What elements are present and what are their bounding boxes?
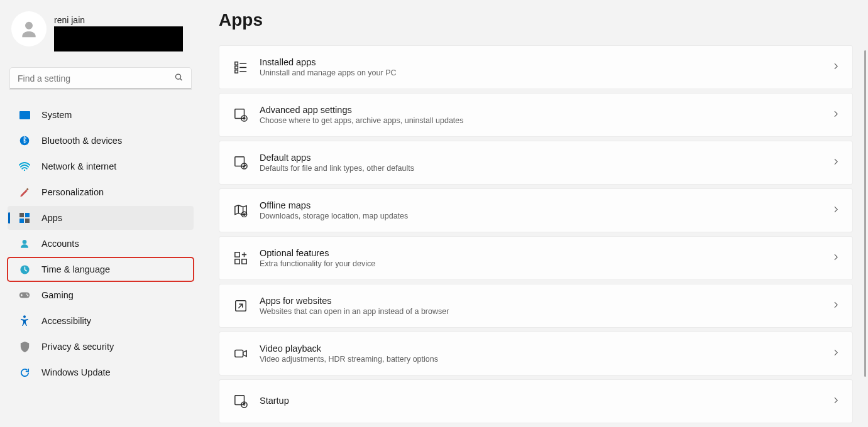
chevron-right-icon [832, 252, 840, 264]
sidebar-item-label: Gaming [41, 290, 74, 300]
svg-point-15 [27, 295, 28, 296]
card-title: Default apps [260, 153, 832, 163]
card-body: Startup [260, 396, 832, 407]
card-body: Advanced app settings Choose where to ge… [260, 105, 832, 125]
search-icon[interactable] [174, 73, 184, 85]
sidebar-item-accessibility[interactable]: Accessibility [8, 309, 194, 333]
sidebar-item-label: Accessibility [41, 316, 91, 326]
card-desc: Defaults for file and link types, other … [260, 164, 832, 173]
sidebar-item-label: Privacy & security [41, 342, 114, 352]
sidebar-item-time-language[interactable]: Time & language [8, 257, 194, 281]
sidebar-item-accounts[interactable]: Accounts [8, 232, 194, 256]
sidebar-item-apps[interactable]: Apps [8, 206, 194, 230]
privacy-icon [19, 341, 30, 352]
card-title: Installed apps [260, 57, 832, 67]
card-advanced-app-settings[interactable]: Advanced app settings Choose where to ge… [219, 93, 853, 137]
card-body: Offline maps Downloads, storage location… [260, 200, 832, 220]
svg-rect-10 [25, 219, 30, 223]
advanced-app-settings-icon [228, 102, 253, 127]
chevron-right-icon [832, 205, 840, 216]
sidebar-item-personalization[interactable]: Personalization [8, 180, 194, 204]
card-desc: Downloads, storage location, map updates [260, 212, 832, 220]
card-body: Video playback Video adjustments, HDR st… [260, 343, 832, 364]
offline-maps-icon [228, 198, 253, 223]
svg-point-25 [243, 117, 245, 119]
svg-rect-29 [235, 252, 239, 257]
sidebar-item-privacy[interactable]: Privacy & security [8, 335, 194, 359]
card-desc: Video adjustments, HDR streaming, batter… [260, 355, 832, 364]
video-playback-icon [228, 341, 253, 366]
card-title: Startup [260, 396, 832, 406]
card-apps-for-websites[interactable]: Apps for websites Websites that can open… [219, 284, 853, 328]
sidebar: reni jain System Bluetooth & devices Net [0, 0, 201, 427]
profile-name: reni jain [54, 15, 183, 25]
chevron-right-icon [832, 396, 840, 407]
svg-rect-8 [25, 213, 30, 217]
svg-rect-33 [235, 350, 243, 357]
svg-rect-3 [19, 111, 30, 119]
system-icon [19, 109, 30, 121]
card-optional-features[interactable]: Optional features Extra functionality fo… [219, 236, 853, 280]
sidebar-item-label: Apps [41, 213, 62, 223]
card-startup[interactable]: Startup [219, 379, 853, 423]
svg-rect-30 [235, 259, 239, 264]
svg-rect-17 [235, 62, 238, 65]
profile-block[interactable]: reni jain [5, 6, 196, 57]
network-icon [19, 161, 30, 172]
time-language-icon [19, 264, 30, 275]
card-desc: Choose where to get apps, archive apps, … [260, 116, 832, 125]
svg-point-4 [20, 136, 30, 146]
sidebar-item-windows-update[interactable]: Windows Update [8, 360, 194, 384]
sidebar-item-label: Windows Update [41, 367, 111, 377]
svg-point-5 [24, 170, 25, 171]
card-video-playback[interactable]: Video playback Video adjustments, HDR st… [219, 332, 853, 376]
chevron-right-icon [832, 348, 840, 359]
card-body: Default apps Defaults for file and link … [260, 153, 832, 173]
card-default-apps[interactable]: Default apps Defaults for file and link … [219, 141, 853, 185]
avatar [11, 11, 47, 46]
default-apps-icon [228, 150, 253, 175]
sidebar-item-label: Bluetooth & devices [41, 136, 122, 146]
profile-email-redacted [54, 26, 183, 51]
sidebar-item-label: Personalization [41, 187, 104, 197]
card-title: Video playback [260, 343, 832, 354]
main-content: Apps Installed apps Uninstall and manage… [201, 0, 868, 427]
sidebar-item-label: System [41, 110, 72, 120]
chevron-right-icon [832, 300, 840, 311]
sidebar-item-system[interactable]: System [8, 103, 194, 127]
startup-icon [228, 389, 253, 414]
installed-apps-icon [228, 55, 253, 80]
sidebar-item-label: Network & internet [41, 161, 116, 171]
page-title: Apps [219, 10, 853, 30]
search-input[interactable] [10, 68, 191, 89]
chevron-right-icon [832, 157, 840, 168]
svg-rect-31 [242, 259, 246, 264]
svg-rect-6 [26, 188, 29, 190]
accounts-icon [19, 238, 30, 249]
card-body: Installed apps Uninstall and manage apps… [260, 57, 832, 77]
card-body: Optional features Extra functionality fo… [260, 248, 832, 268]
card-title: Offline maps [260, 200, 832, 210]
card-desc: Websites that can open in an app instead… [260, 307, 832, 316]
svg-rect-19 [235, 66, 238, 69]
scrollbar[interactable] [864, 50, 866, 377]
svg-point-11 [23, 240, 27, 244]
svg-line-2 [180, 78, 182, 80]
card-desc: Extra functionality for your device [260, 259, 832, 268]
card-title: Advanced app settings [260, 105, 832, 115]
apps-icon [19, 212, 30, 224]
card-offline-maps[interactable]: Offline maps Downloads, storage location… [219, 188, 853, 232]
nav-list: System Bluetooth & devices Network & int… [5, 103, 196, 384]
optional-features-icon [228, 246, 253, 271]
sidebar-item-bluetooth[interactable]: Bluetooth & devices [8, 129, 194, 153]
sidebar-item-network[interactable]: Network & internet [8, 154, 194, 178]
sidebar-item-gaming[interactable]: Gaming [8, 283, 194, 307]
windows-update-icon [19, 367, 30, 378]
svg-rect-7 [19, 213, 24, 217]
svg-point-1 [176, 74, 181, 79]
gaming-icon [19, 289, 30, 301]
card-installed-apps[interactable]: Installed apps Uninstall and manage apps… [219, 45, 853, 89]
svg-rect-26 [235, 157, 244, 166]
svg-point-16 [23, 315, 26, 318]
svg-rect-9 [19, 219, 24, 223]
